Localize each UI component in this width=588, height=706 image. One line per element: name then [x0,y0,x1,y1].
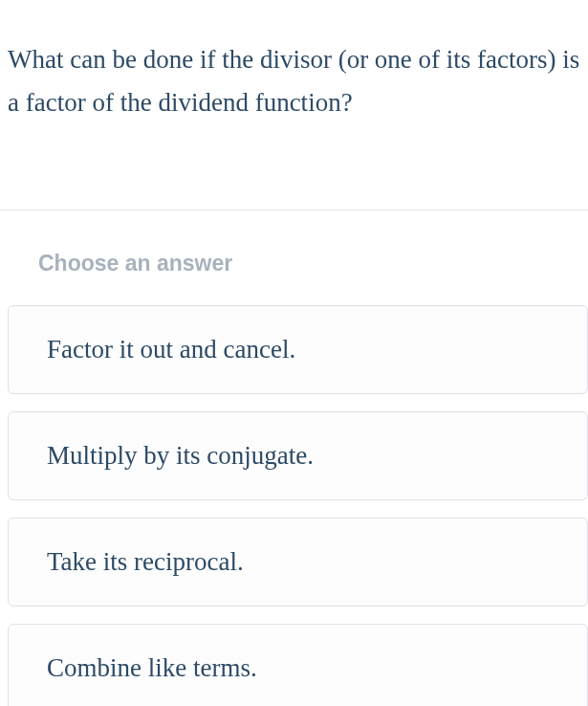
answer-option-0[interactable]: Factor it out and cancel. [8,305,588,394]
answer-section: Choose an answer Factor it out and cance… [0,210,588,706]
instruction-label: Choose an answer [0,251,588,276]
answer-option-1[interactable]: Multiply by its conjugate. [8,411,588,500]
answer-option-3[interactable]: Combine like terms. [8,624,588,706]
answer-text: Combine like terms. [47,653,257,682]
question-section: What can be done if the divisor (or one … [0,0,588,210]
question-text: What can be done if the divisor (or one … [8,38,580,123]
answer-text: Multiply by its conjugate. [47,441,314,470]
answer-text: Take its reciprocal. [47,547,244,576]
answer-option-2[interactable]: Take its reciprocal. [8,518,588,607]
answer-text: Factor it out and cancel. [47,335,295,364]
